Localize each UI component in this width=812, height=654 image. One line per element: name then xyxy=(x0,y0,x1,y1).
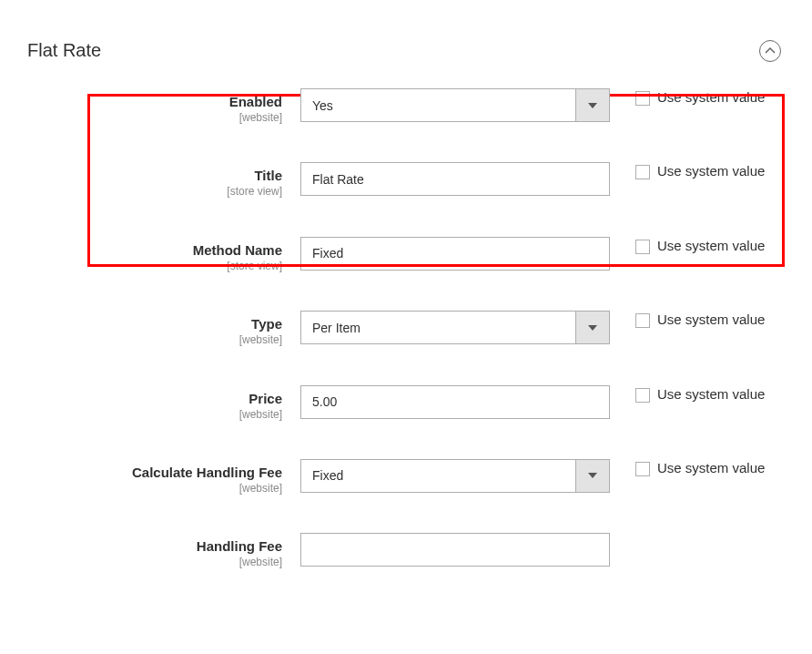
chevron-down-icon xyxy=(575,460,609,492)
label-title: Title xyxy=(27,168,282,184)
scope-handling-fee: [website] xyxy=(27,556,282,568)
enabled-select[interactable]: Yes xyxy=(300,88,610,122)
row-enabled: Enabled [website] Yes Use system value xyxy=(27,88,785,124)
use-system-enabled-checkbox[interactable] xyxy=(635,91,650,106)
use-system-price-label: Use system value xyxy=(657,385,765,404)
row-price: Price [website] Use system value xyxy=(27,385,785,421)
use-system-method-name-checkbox[interactable] xyxy=(635,240,650,254)
scope-title: [store view] xyxy=(27,185,282,198)
type-select[interactable]: Per Item xyxy=(300,311,610,344)
collapse-button[interactable] xyxy=(759,40,781,62)
label-type: Type xyxy=(27,316,282,332)
use-system-enabled-label: Use system value xyxy=(657,88,765,107)
row-type: Type [website] Per Item Use system value xyxy=(27,311,785,346)
calc-fee-select-value: Fixed xyxy=(301,468,575,483)
use-system-method-name-label: Use system value xyxy=(657,237,765,255)
scope-calc-fee: [website] xyxy=(27,482,282,495)
enabled-select-value: Yes xyxy=(301,98,575,113)
price-input[interactable] xyxy=(300,385,610,419)
method-name-input[interactable] xyxy=(300,237,610,271)
section-title: Flat Rate xyxy=(27,40,785,61)
calc-fee-select[interactable]: Fixed xyxy=(300,459,610,493)
chevron-down-icon xyxy=(575,89,609,121)
use-system-type-checkbox[interactable] xyxy=(635,313,650,328)
row-handling-fee: Handling Fee [website] xyxy=(27,533,785,568)
row-calc-fee: Calculate Handling Fee [website] Fixed U… xyxy=(27,459,785,495)
flat-rate-section: Flat Rate Enabled [website] Yes xyxy=(0,0,812,569)
use-system-calc-fee-checkbox[interactable] xyxy=(635,462,650,476)
label-method-name: Method Name xyxy=(27,242,282,259)
use-system-price-checkbox[interactable] xyxy=(635,388,650,403)
row-title: Title [store view] Use system value xyxy=(27,162,785,198)
use-system-title-checkbox[interactable] xyxy=(635,165,650,179)
scope-enabled: [website] xyxy=(27,111,282,124)
chevron-up-icon xyxy=(765,47,776,55)
label-calc-fee: Calculate Handling Fee xyxy=(27,465,282,481)
chevron-down-icon xyxy=(575,312,609,343)
handling-fee-input[interactable] xyxy=(300,533,610,567)
label-price: Price xyxy=(27,391,282,407)
use-system-type-label: Use system value xyxy=(657,311,765,329)
use-system-title-label: Use system value xyxy=(657,162,765,180)
label-handling-fee: Handling Fee xyxy=(27,538,282,555)
row-method-name: Method Name [store view] Use system valu… xyxy=(27,237,785,272)
use-system-calc-fee-label: Use system value xyxy=(657,459,765,477)
scope-method-name: [store view] xyxy=(27,260,282,272)
scope-type: [website] xyxy=(27,333,282,346)
title-input[interactable] xyxy=(300,162,610,196)
label-enabled: Enabled xyxy=(27,94,282,110)
type-select-value: Per Item xyxy=(301,321,575,335)
scope-price: [website] xyxy=(27,408,282,421)
